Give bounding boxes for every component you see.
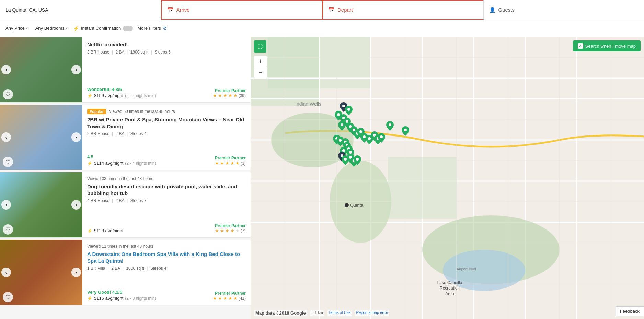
listing-next-button[interactable]: › (71, 200, 81, 210)
arrive-field[interactable]: 📅 Arrive (161, 0, 322, 20)
price-lightning-icon: ⚡ (87, 93, 92, 98)
location-input[interactable] (5, 7, 155, 13)
svg-text:Recreation: Recreation (440, 286, 460, 291)
map-marker[interactable] (354, 155, 361, 165)
map-zoom-out-button[interactable]: − (254, 67, 267, 78)
wishlist-button[interactable]: ♡ (3, 292, 13, 302)
location-field[interactable] (0, 0, 161, 20)
star-filled-icon: ★ (215, 228, 219, 233)
depart-field[interactable]: 📅 Depart (322, 0, 484, 20)
listing-price-section: Very Good! 4.2/5 ⚡ $116 avg/night (2 - 3… (87, 290, 156, 301)
instant-confirm-toggle[interactable] (123, 26, 133, 31)
listing-prev-button[interactable]: ‹ (1, 268, 11, 277)
guests-field[interactable]: 👤 Guests (484, 0, 644, 20)
svg-rect-16 (388, 157, 457, 219)
svg-point-50 (368, 137, 371, 140)
map-zoom-in-button[interactable]: + (254, 56, 267, 67)
listing-footer: ⚡ $128 avg/night Premier Partner ★★★★★ (… (87, 223, 246, 233)
map-marker[interactable] (345, 106, 353, 115)
calendar-icon-arrive: 📅 (167, 7, 174, 13)
map-marker[interactable] (338, 121, 346, 131)
listing-details: 1 BR Villa | 2 BA | 1000 sq ft | Sleeps … (87, 266, 246, 271)
listing-info: Viewed 33 times in the last 48 hours Dog… (82, 172, 251, 237)
listing-next-button[interactable]: › (71, 132, 81, 142)
star-half-icon: ★ (230, 228, 234, 233)
map-marker[interactable] (378, 133, 385, 143)
map-marker[interactable] (386, 121, 394, 131)
listing-rating-section: Premier Partner ★★★★★ (3) (215, 156, 246, 166)
main-content: ‹ › ♡ Netflix provided! 3 BR House | 2 B… (0, 37, 644, 319)
more-filters-btn[interactable]: More Filters ⚙ (137, 26, 167, 31)
price-row: ⚡ $128 avg/night (87, 228, 123, 233)
star-filled-icon: ★ (228, 296, 232, 301)
rating-row: Very Good! 4.2/5 (87, 290, 156, 295)
more-filters-label: More Filters (137, 26, 161, 31)
listing-prev-button[interactable]: ‹ (1, 200, 11, 210)
listing-details: 4 BR House | 2 BA | Sleeps 7 (87, 198, 246, 203)
premier-partner-label: Premier Partner (215, 223, 246, 228)
listing-info: Netflix provided! 3 BR House | 2 BA | 18… (82, 37, 251, 102)
chevron-down-icon-bedrooms: ▾ (66, 26, 68, 30)
viewed-text: Viewed 11 times in the last 48 hours (87, 244, 153, 249)
instant-confirm-filter[interactable]: ⚡ Instant Confirmation (73, 26, 133, 31)
svg-text:Quinta: Quinta (350, 203, 364, 208)
price-value: $128 avg/night (94, 228, 123, 233)
bedrooms-filter-label: Any Bedrooms (35, 26, 65, 31)
map-bottom-bar: Map data ©2018 Google │ 1 km Terms of Us… (254, 310, 389, 316)
map-terms[interactable]: Terms of Use (327, 310, 352, 316)
listing-prev-button[interactable]: ‹ (1, 65, 11, 74)
listing-next-button[interactable]: › (71, 268, 81, 277)
star-filled-icon: ★ (220, 228, 224, 233)
lightning-icon: ⚡ (73, 26, 79, 31)
price-filter[interactable]: Any Price ▾ (3, 24, 30, 32)
filter-sliders-icon: ⚙ (163, 26, 167, 31)
guests-icon: 👤 (489, 7, 496, 13)
listing-info: Viewed 11 times in the last 48 hours A D… (82, 240, 251, 305)
star-filled-icon: ★ (230, 161, 234, 166)
map-marker[interactable] (402, 126, 409, 136)
listing-prev-button[interactable]: ‹ (1, 132, 11, 142)
listing-card: ‹ › ♡ Viewed 11 times in the last 48 hou… (0, 240, 251, 305)
listing-title: Dog-friendly desert escape with private … (87, 183, 246, 197)
feedback-button[interactable]: Feedback (616, 306, 644, 316)
star-filled-icon: ★ (220, 161, 224, 166)
arrive-label: Arrive (176, 7, 190, 13)
bedrooms-filter[interactable]: Any Bedrooms ▾ (33, 24, 70, 32)
listing-info: Popular Viewed 50 times in the last 48 h… (82, 105, 251, 170)
chevron-down-icon: ▾ (26, 26, 28, 30)
map-scale: │ 1 km (310, 310, 324, 316)
listing-image: ‹ › ♡ (0, 37, 82, 102)
stars-row: ★★★★★ (7) (215, 228, 246, 233)
search-move-label: Search when I move map (585, 44, 636, 49)
listing-card: ‹ › ♡ Popular Viewed 50 times in the las… (0, 105, 251, 170)
review-count: (3) (241, 161, 246, 166)
listing-image: ‹ › ♡ (0, 172, 82, 237)
price-value: $116 avg/night (94, 296, 123, 301)
wishlist-button[interactable]: ♡ (3, 224, 13, 235)
listing-rating-section: Premier Partner ★★★★★ (41) (213, 291, 246, 301)
search-when-move-button[interactable]: ✓ Search when I move map (573, 40, 641, 51)
star-filled-icon: ★ (213, 296, 217, 301)
price-lightning-icon: ⚡ (87, 228, 92, 233)
listing-next-button[interactable]: › (71, 65, 81, 74)
stars-row: ★★★★★ (3) (215, 161, 246, 166)
listing-price-section: ⚡ $128 avg/night (87, 228, 123, 233)
viewed-text: Viewed 33 times in the last 48 hours (87, 176, 153, 181)
svg-text:Lake Cahuilla: Lake Cahuilla (437, 280, 462, 285)
depart-label: Depart (337, 7, 353, 13)
listing-title[interactable]: A Downstairs One Bedroom Spa Villa with … (87, 251, 246, 264)
review-count: (39) (239, 93, 246, 98)
guests-label: Guests (498, 7, 515, 13)
listing-price-section: Wonderful! 4.8/5 ⚡ $159 avg/night (2 - 4… (87, 87, 156, 98)
listing-footer: 4.5 ⚡ $114 avg/night (2 - 4 nights min) … (87, 154, 246, 166)
wishlist-button[interactable]: ♡ (3, 157, 13, 167)
listing-title: 2BR w/ Private Pool & Spa, Stunning Moun… (87, 116, 246, 130)
wishlist-button[interactable]: ♡ (3, 89, 13, 99)
map-fullscreen-button[interactable]: ⛶ (254, 40, 266, 53)
popular-badge: Popular (87, 109, 106, 114)
star-empty-icon: ★ (235, 228, 240, 233)
map-report-error[interactable]: Report a map error (355, 310, 389, 316)
price-filter-label: Any Price (5, 26, 25, 31)
map-controls: ⛶ + − (254, 40, 267, 78)
stars-row: ★★★★★ (39) (213, 93, 246, 98)
